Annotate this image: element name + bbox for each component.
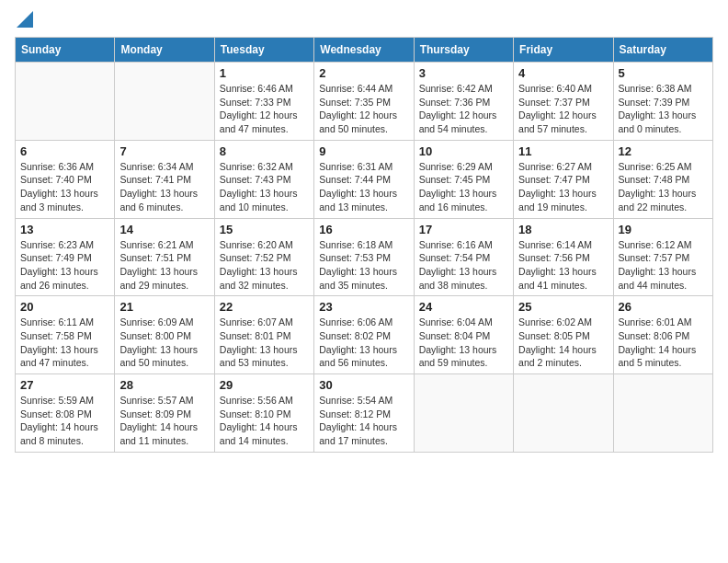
- day-info: Sunrise: 6:34 AM Sunset: 7:41 PM Dayligh…: [119, 160, 209, 214]
- col-header-monday: Monday: [115, 38, 214, 63]
- svg-marker-0: [17, 11, 33, 28]
- calendar-cell: 11Sunrise: 6:27 AM Sunset: 7:47 PM Dayli…: [514, 140, 613, 218]
- day-number: 26: [619, 300, 708, 314]
- day-number: 18: [518, 223, 608, 236]
- calendar-cell: [414, 374, 513, 453]
- col-header-thursday: Thursday: [414, 38, 513, 63]
- week-row-1: 1Sunrise: 6:46 AM Sunset: 7:33 PM Daylig…: [16, 63, 713, 141]
- week-row-2: 6Sunrise: 6:36 AM Sunset: 7:40 PM Daylig…: [16, 140, 713, 218]
- calendar-body: 1Sunrise: 6:46 AM Sunset: 7:33 PM Daylig…: [16, 63, 713, 453]
- day-number: 2: [319, 66, 408, 80]
- logo-icon: [17, 11, 33, 28]
- logo: [15, 15, 33, 28]
- day-number: 24: [419, 300, 508, 314]
- day-number: 22: [220, 300, 309, 314]
- day-number: 3: [419, 66, 508, 80]
- day-number: 8: [220, 144, 309, 158]
- day-number: 20: [20, 300, 109, 314]
- calendar-cell: 1Sunrise: 6:46 AM Sunset: 7:33 PM Daylig…: [214, 63, 313, 141]
- day-info: Sunrise: 6:40 AM Sunset: 7:37 PM Dayligh…: [518, 82, 608, 136]
- day-number: 4: [518, 66, 608, 80]
- calendar-cell: 23Sunrise: 6:06 AM Sunset: 8:02 PM Dayli…: [314, 296, 414, 374]
- day-info: Sunrise: 6:20 AM Sunset: 7:52 PM Dayligh…: [220, 238, 309, 293]
- calendar-cell: [115, 63, 214, 141]
- day-info: Sunrise: 6:14 AM Sunset: 7:56 PM Dayligh…: [518, 238, 608, 293]
- calendar-cell: 17Sunrise: 6:16 AM Sunset: 7:54 PM Dayli…: [414, 218, 513, 296]
- calendar-cell: 27Sunrise: 5:59 AM Sunset: 8:08 PM Dayli…: [16, 374, 115, 453]
- day-number: 16: [319, 223, 408, 236]
- week-row-5: 27Sunrise: 5:59 AM Sunset: 8:08 PM Dayli…: [16, 374, 713, 453]
- calendar-cell: [16, 63, 115, 141]
- calendar-cell: [514, 374, 613, 453]
- day-info: Sunrise: 6:31 AM Sunset: 7:44 PM Dayligh…: [319, 160, 408, 214]
- calendar-cell: 13Sunrise: 6:23 AM Sunset: 7:49 PM Dayli…: [16, 218, 115, 296]
- day-number: 17: [419, 223, 508, 236]
- day-number: 15: [220, 223, 309, 236]
- day-number: 14: [119, 223, 209, 236]
- day-number: 9: [319, 144, 408, 158]
- calendar-cell: 24Sunrise: 6:04 AM Sunset: 8:04 PM Dayli…: [414, 296, 513, 374]
- day-info: Sunrise: 6:46 AM Sunset: 7:33 PM Dayligh…: [220, 82, 309, 136]
- calendar-cell: 4Sunrise: 6:40 AM Sunset: 7:37 PM Daylig…: [514, 63, 613, 141]
- day-info: Sunrise: 6:01 AM Sunset: 8:06 PM Dayligh…: [619, 316, 708, 370]
- calendar-cell: 2Sunrise: 6:44 AM Sunset: 7:35 PM Daylig…: [314, 63, 414, 141]
- col-header-tuesday: Tuesday: [214, 38, 313, 63]
- day-info: Sunrise: 6:02 AM Sunset: 8:05 PM Dayligh…: [518, 316, 608, 370]
- day-number: 13: [20, 223, 109, 236]
- day-info: Sunrise: 6:36 AM Sunset: 7:40 PM Dayligh…: [20, 160, 109, 214]
- calendar-cell: 3Sunrise: 6:42 AM Sunset: 7:36 PM Daylig…: [414, 63, 513, 141]
- calendar-cell: 30Sunrise: 5:54 AM Sunset: 8:12 PM Dayli…: [314, 374, 414, 453]
- calendar-cell: 15Sunrise: 6:20 AM Sunset: 7:52 PM Dayli…: [214, 218, 313, 296]
- week-row-3: 13Sunrise: 6:23 AM Sunset: 7:49 PM Dayli…: [16, 218, 713, 296]
- day-info: Sunrise: 6:38 AM Sunset: 7:39 PM Dayligh…: [619, 82, 708, 136]
- day-info: Sunrise: 6:11 AM Sunset: 7:58 PM Dayligh…: [20, 316, 109, 370]
- calendar-cell: 19Sunrise: 6:12 AM Sunset: 7:57 PM Dayli…: [613, 218, 712, 296]
- day-info: Sunrise: 6:27 AM Sunset: 7:47 PM Dayligh…: [518, 160, 608, 214]
- calendar-cell: 28Sunrise: 5:57 AM Sunset: 8:09 PM Dayli…: [115, 374, 214, 453]
- calendar-cell: 5Sunrise: 6:38 AM Sunset: 7:39 PM Daylig…: [613, 63, 712, 141]
- calendar-cell: 8Sunrise: 6:32 AM Sunset: 7:43 PM Daylig…: [214, 140, 313, 218]
- day-info: Sunrise: 6:09 AM Sunset: 8:00 PM Dayligh…: [119, 316, 209, 370]
- calendar-cell: 10Sunrise: 6:29 AM Sunset: 7:45 PM Dayli…: [414, 140, 513, 218]
- calendar-cell: 21Sunrise: 6:09 AM Sunset: 8:00 PM Dayli…: [115, 296, 214, 374]
- day-number: 12: [619, 144, 708, 158]
- col-header-saturday: Saturday: [613, 38, 712, 63]
- day-number: 6: [20, 144, 109, 158]
- day-info: Sunrise: 6:25 AM Sunset: 7:48 PM Dayligh…: [619, 160, 708, 214]
- calendar-cell: 14Sunrise: 6:21 AM Sunset: 7:51 PM Dayli…: [115, 218, 214, 296]
- day-info: Sunrise: 5:56 AM Sunset: 8:10 PM Dayligh…: [220, 394, 309, 448]
- calendar-cell: 16Sunrise: 6:18 AM Sunset: 7:53 PM Dayli…: [314, 218, 414, 296]
- day-number: 30: [319, 378, 408, 392]
- day-number: 28: [119, 378, 209, 392]
- calendar-cell: 12Sunrise: 6:25 AM Sunset: 7:48 PM Dayli…: [613, 140, 712, 218]
- calendar-table: SundayMondayTuesdayWednesdayThursdayFrid…: [15, 37, 713, 453]
- day-number: 5: [619, 66, 708, 80]
- header: [15, 15, 713, 28]
- day-number: 27: [20, 378, 109, 392]
- day-info: Sunrise: 5:54 AM Sunset: 8:12 PM Dayligh…: [319, 394, 408, 448]
- col-header-sunday: Sunday: [16, 38, 115, 63]
- day-info: Sunrise: 6:21 AM Sunset: 7:51 PM Dayligh…: [119, 238, 209, 293]
- calendar-cell: 18Sunrise: 6:14 AM Sunset: 7:56 PM Dayli…: [514, 218, 613, 296]
- day-number: 1: [220, 66, 309, 80]
- week-row-4: 20Sunrise: 6:11 AM Sunset: 7:58 PM Dayli…: [16, 296, 713, 374]
- day-number: 10: [419, 144, 508, 158]
- calendar-cell: 20Sunrise: 6:11 AM Sunset: 7:58 PM Dayli…: [16, 296, 115, 374]
- day-info: Sunrise: 5:59 AM Sunset: 8:08 PM Dayligh…: [20, 394, 109, 448]
- calendar-cell: 22Sunrise: 6:07 AM Sunset: 8:01 PM Dayli…: [214, 296, 313, 374]
- day-number: 11: [518, 144, 608, 158]
- day-number: 23: [319, 300, 408, 314]
- calendar-header-row: SundayMondayTuesdayWednesdayThursdayFrid…: [16, 38, 713, 63]
- calendar-cell: 26Sunrise: 6:01 AM Sunset: 8:06 PM Dayli…: [613, 296, 712, 374]
- day-number: 25: [518, 300, 608, 314]
- calendar-cell: 25Sunrise: 6:02 AM Sunset: 8:05 PM Dayli…: [514, 296, 613, 374]
- col-header-wednesday: Wednesday: [314, 38, 414, 63]
- day-info: Sunrise: 6:32 AM Sunset: 7:43 PM Dayligh…: [220, 160, 309, 214]
- day-info: Sunrise: 6:44 AM Sunset: 7:35 PM Dayligh…: [319, 82, 408, 136]
- day-number: 21: [119, 300, 209, 314]
- day-info: Sunrise: 6:29 AM Sunset: 7:45 PM Dayligh…: [419, 160, 508, 214]
- calendar-cell: 9Sunrise: 6:31 AM Sunset: 7:44 PM Daylig…: [314, 140, 414, 218]
- day-info: Sunrise: 5:57 AM Sunset: 8:09 PM Dayligh…: [119, 394, 209, 448]
- day-info: Sunrise: 6:06 AM Sunset: 8:02 PM Dayligh…: [319, 316, 408, 370]
- day-number: 7: [119, 144, 209, 158]
